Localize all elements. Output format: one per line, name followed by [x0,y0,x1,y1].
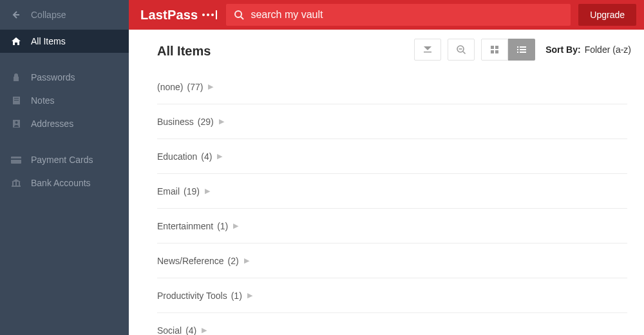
svg-rect-2 [14,100,19,100]
page-title: All Items [157,44,211,59]
folder-row[interactable]: (none)(77)▶ [157,70,627,104]
sidebar-item-payment-cards[interactable]: Payment Cards [0,148,129,171]
folder-row[interactable]: News/Reference(2)▶ [157,244,627,278]
folder-name: Social [157,325,182,336]
sidebar: Collapse All Items Passwords Notes Addre… [0,0,129,335]
folder-name: Entertainment [157,221,213,231]
grid-icon [490,45,499,54]
arrow-left-icon [10,11,22,19]
lock-icon [10,73,22,82]
svg-point-4 [15,121,17,124]
folder-row[interactable]: Entertainment(1)▶ [157,209,627,244]
folder-count: (4) [185,325,196,336]
list-icon [516,45,527,54]
brand-logo: LastPass [140,8,217,23]
sidebar-item-addresses[interactable]: Addresses [0,112,129,135]
view-toggle-group [481,39,535,61]
folder-count: (4) [201,151,212,162]
folder-count: (2) [228,256,239,266]
svg-line-16 [463,52,466,54]
svg-rect-22 [520,46,526,48]
svg-rect-25 [517,52,518,53]
chevron-right-icon: ▶ [233,222,238,230]
sidebar-item-bank-accounts[interactable]: Bank Accounts [0,171,129,195]
svg-rect-20 [495,50,498,53]
svg-rect-23 [517,49,518,50]
svg-rect-26 [520,52,526,53]
search-field[interactable] [226,4,571,26]
upgrade-button[interactable]: Upgrade [578,4,636,26]
svg-rect-8 [15,182,17,186]
chevron-right-icon: ▶ [208,82,213,91]
svg-rect-21 [517,46,518,48]
folder-name: Email [157,186,180,196]
svg-rect-6 [11,158,21,160]
folder-row[interactable]: Business(29)▶ [157,104,627,139]
home-icon [10,37,22,46]
collapse-button[interactable]: Collapse [0,0,129,30]
brand-text: LastPass [140,8,198,23]
main: LastPass Upgrade All Items [129,0,644,335]
search-icon [234,10,244,20]
svg-rect-13 [424,52,431,53]
content-area: (none)(77)▶Business(29)▶Education(4)▶Ema… [129,70,644,335]
chevron-right-icon: ▶ [247,291,252,300]
brand-dots-icon [200,10,217,19]
folder-count: (19) [184,186,200,196]
sidebar-item-label: Bank Accounts [31,178,91,188]
folder-count: (1) [217,221,228,231]
folder-name: Education [157,151,197,162]
svg-rect-24 [520,49,526,50]
svg-line-12 [241,17,243,19]
sidebar-item-label: Addresses [31,119,73,129]
chevron-right-icon: ▶ [202,326,207,334]
folder-row[interactable]: Education(4)▶ [157,139,627,174]
sort-by-value[interactable]: Folder (a-z) [585,44,631,55]
chevron-right-icon: ▶ [217,152,222,160]
svg-rect-7 [12,182,14,186]
collapse-label: Collapse [31,10,66,20]
upgrade-label: Upgrade [590,10,625,20]
chevron-right-icon: ▶ [244,256,249,265]
topbar: LastPass Upgrade [129,0,644,30]
chevron-right-icon: ▶ [205,187,210,195]
folder-name: Productivity Tools [157,291,227,301]
toolbar: All Items Sort By: Folder (a-z) [129,30,644,70]
grid-view-button[interactable] [481,39,508,61]
zoom-out-button[interactable] [448,39,475,61]
folder-name: Business [157,117,194,127]
sidebar-item-label: Payment Cards [31,155,93,165]
sidebar-item-all-items[interactable]: All Items [0,30,129,53]
sidebar-item-label: Notes [31,95,55,106]
svg-rect-5 [11,157,21,164]
sort-by-label: Sort By: [545,44,580,55]
search-input[interactable] [251,9,563,21]
sidebar-item-label: All Items [31,36,66,46]
svg-point-11 [235,11,242,17]
sidebar-item-notes[interactable]: Notes [0,89,129,112]
svg-rect-10 [12,186,21,187]
folder-count: (77) [187,82,203,92]
svg-rect-9 [19,182,20,186]
svg-rect-17 [491,46,494,49]
list-view-button[interactable] [508,39,535,61]
folder-name: News/Reference [157,256,224,266]
folder-row[interactable]: Social(4)▶ [157,313,627,335]
sidebar-item-passwords[interactable]: Passwords [0,66,129,89]
address-icon [10,119,22,128]
folder-row[interactable]: Email(19)▶ [157,174,627,209]
filter-icon [422,45,433,54]
folder-row[interactable]: Productivity Tools(1)▶ [157,278,627,313]
zoom-out-icon [456,44,466,55]
note-icon [10,96,22,105]
card-icon [10,157,22,164]
folder-count: (29) [198,117,214,127]
sidebar-item-label: Passwords [31,72,75,82]
chevron-right-icon: ▶ [219,117,224,126]
folder-list: (none)(77)▶Business(29)▶Education(4)▶Ema… [129,70,644,335]
svg-rect-19 [491,50,494,53]
svg-rect-18 [495,46,498,49]
folder-name: (none) [157,82,183,92]
bank-icon [10,178,22,187]
filter-button[interactable] [414,39,441,61]
